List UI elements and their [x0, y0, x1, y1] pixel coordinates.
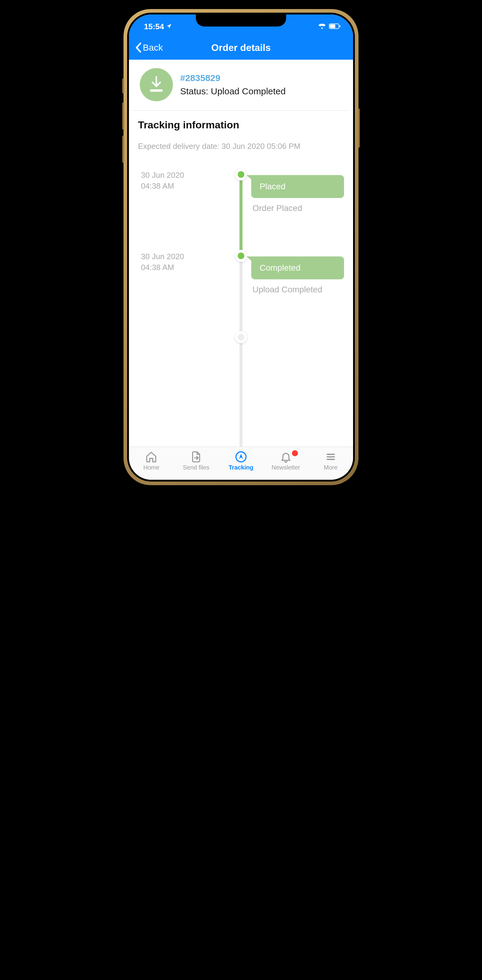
home-icon: [145, 451, 157, 463]
mute-switch: [122, 78, 124, 94]
power-button: [358, 108, 360, 148]
timeline: 30 Jun 2020 04:38 AM Placed Order Placed…: [129, 163, 353, 447]
bell-icon: [280, 451, 292, 463]
svg-rect-2: [339, 25, 340, 27]
timeline-dot-icon: [235, 250, 247, 262]
step-date-label: 30 Jun 2020: [141, 170, 223, 180]
tab-newsletter[interactable]: Newsletter: [263, 451, 308, 471]
volume-down-button: [122, 135, 124, 163]
timeline-step: 30 Jun 2020 04:38 AM Placed Order Placed: [129, 166, 353, 247]
back-label: Back: [143, 43, 163, 53]
timeline-step: 30 Jun 2020 04:38 AM Completed Upload Co…: [129, 247, 353, 329]
phone-frame: 15:54 Back: [124, 9, 358, 485]
menu-icon: [325, 451, 337, 463]
step-timestamp: 30 Jun 2020 04:38 AM: [129, 247, 241, 329]
step-time-label: 04:38 AM: [141, 262, 223, 273]
wifi-icon: [318, 22, 326, 31]
status-right: [318, 22, 341, 31]
file-arrow-icon: [190, 451, 202, 463]
volume-up-button: [122, 102, 124, 130]
timeline-dot-icon: [235, 169, 247, 180]
step-timestamp: [129, 329, 241, 407]
status-bubble: Completed: [251, 256, 344, 279]
tab-bar: Home Send files Tracking Newsletter: [129, 447, 353, 480]
step-date-label: 30 Jun 2020: [141, 251, 223, 262]
page-title: Order details: [211, 42, 270, 53]
notification-badge: [292, 450, 298, 456]
timeline-step: [129, 329, 353, 407]
navigation-icon: [235, 451, 247, 463]
battery-icon: [329, 22, 341, 31]
phone-bezel: 15:54 Back: [127, 13, 355, 482]
timeline-dot-icon: [235, 331, 247, 343]
status-sub-label: Upload Completed: [251, 285, 344, 294]
location-icon: [166, 22, 172, 31]
expected-delivery-label: Expected delivery date: 30 Jun 2020 05:0…: [129, 137, 353, 163]
chevron-left-icon: [135, 43, 142, 53]
tab-label: Newsletter: [272, 464, 300, 471]
order-meta: #2835829 Status: Upload Completed: [180, 73, 286, 96]
tab-label: More: [324, 464, 338, 471]
tab-label: Send files: [183, 464, 209, 471]
tab-label: Tracking: [229, 464, 253, 471]
svg-marker-6: [239, 454, 243, 459]
svg-rect-1: [330, 24, 335, 28]
clock-label: 15:54: [144, 22, 164, 31]
step-content: Placed Order Placed: [241, 166, 353, 247]
tab-label: Home: [143, 464, 159, 471]
step-content: Completed Upload Completed: [241, 247, 353, 329]
step-timestamp: 30 Jun 2020 04:38 AM: [129, 166, 241, 247]
download-icon: [140, 68, 173, 101]
order-header: #2835829 Status: Upload Completed: [132, 60, 350, 111]
back-button[interactable]: Back: [135, 43, 163, 53]
navigation-bar: Back Order details: [129, 35, 353, 60]
tab-home[interactable]: Home: [129, 451, 174, 471]
tab-tracking[interactable]: Tracking: [219, 451, 264, 471]
tab-send-files[interactable]: Send files: [174, 451, 219, 471]
order-id-label: #2835829: [180, 73, 286, 83]
screen: 15:54 Back: [129, 14, 353, 480]
step-content: [241, 329, 353, 407]
content-area[interactable]: #2835829 Status: Upload Completed Tracki…: [129, 60, 353, 447]
notch: [196, 14, 286, 27]
status-left: 15:54: [144, 22, 172, 31]
status-sub-label: Order Placed: [251, 204, 344, 213]
order-status-label: Status: Upload Completed: [180, 86, 286, 96]
status-bubble: Placed: [251, 175, 344, 198]
step-time-label: 04:38 AM: [141, 180, 223, 191]
tracking-heading: Tracking information: [129, 111, 353, 137]
tab-more[interactable]: More: [308, 451, 353, 471]
